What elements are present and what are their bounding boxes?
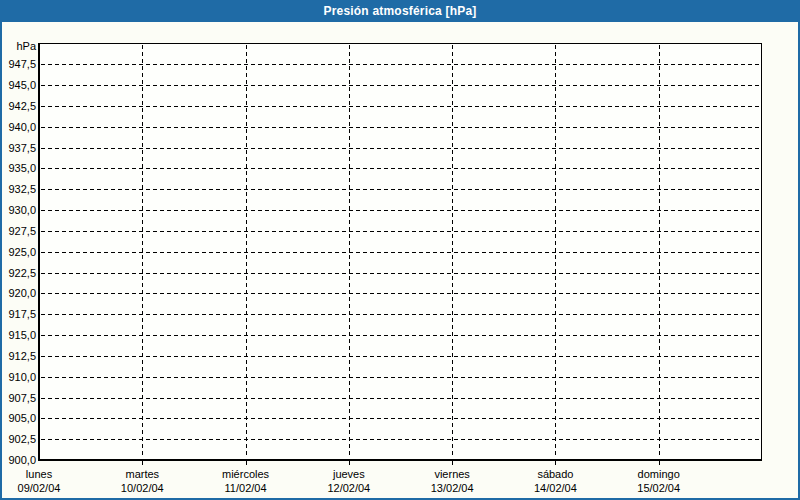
chart-title: Presión atmosférica [hPa] (323, 4, 476, 18)
chart-window: Presión atmosférica [hPa] hPa 947,5945,0… (0, 0, 800, 500)
y-tick-label: 907,5 (2, 391, 36, 405)
y-tick-label: 925,0 (2, 245, 36, 259)
plot-grid (38, 43, 764, 466)
y-tick-label: 902,5 (2, 432, 36, 446)
y-tick-label: 900,0 (2, 453, 36, 467)
x-axis-day-label: domingo (611, 467, 707, 481)
x-axis-date-label: 15/02/04 (611, 481, 707, 495)
x-axis-date-label: 14/02/04 (507, 481, 603, 495)
x-axis-day-label: miércoles (198, 467, 294, 481)
x-axis-day-label: sábado (507, 467, 603, 481)
y-tick-label: 947,5 (2, 57, 36, 71)
x-axis-day-label: lunes (0, 467, 87, 481)
x-axis-day-label: jueves (301, 467, 397, 481)
title-bar: Presión atmosférica [hPa] (0, 0, 800, 22)
x-axis-date-label: 12/02/04 (301, 481, 397, 495)
y-tick-label: 935,0 (2, 161, 36, 175)
x-axis-day-label: viernes (404, 467, 500, 481)
y-tick-label: 920,0 (2, 286, 36, 300)
y-tick-label: 930,0 (2, 203, 36, 217)
x-axis-date-label: 13/02/04 (404, 481, 500, 495)
y-tick-label: 937,5 (2, 141, 36, 155)
y-tick-label: 912,5 (2, 349, 36, 363)
y-tick-label: 927,5 (2, 224, 36, 238)
y-tick-label: 942,5 (2, 99, 36, 113)
y-axis-unit-label: hPa (2, 39, 36, 53)
x-axis-day-label: martes (94, 467, 190, 481)
x-axis-date-label: 09/02/04 (0, 481, 87, 495)
y-tick-label: 915,0 (2, 328, 36, 342)
chart-content: hPa 947,5945,0942,5940,0937,5935,0932,59… (2, 22, 798, 498)
y-tick-label: 905,0 (2, 411, 36, 425)
y-tick-label: 910,0 (2, 370, 36, 384)
y-tick-label: 922,5 (2, 266, 36, 280)
x-axis-date-label: 10/02/04 (94, 481, 190, 495)
y-tick-label: 945,0 (2, 78, 36, 92)
y-tick-label: 917,5 (2, 307, 36, 321)
y-tick-label: 940,0 (2, 120, 36, 134)
x-axis-date-label: 11/02/04 (198, 481, 294, 495)
y-tick-label: 932,5 (2, 182, 36, 196)
